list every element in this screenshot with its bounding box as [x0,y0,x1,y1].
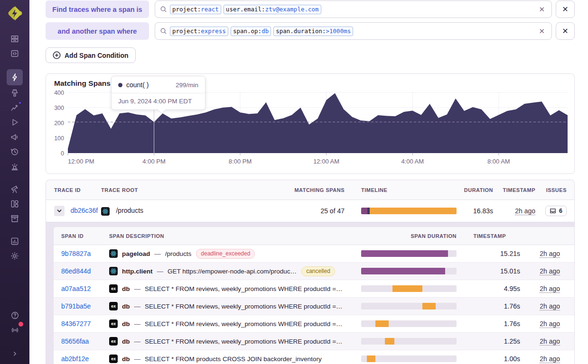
span-timeline-cell [361,268,457,274]
span-timestamp: 2h ago [540,267,560,275]
sidebar-item-discover[interactable] [7,182,23,196]
sidebar-item-broadcast[interactable] [7,323,23,337]
span-id-cell: 84367277 [54,319,109,328]
span-search-input[interactable]: project:reactuser.email:ztv@example.com✕ [155,0,552,18]
token-value: react [201,6,219,13]
span-id-link[interactable]: ab2bf12e [61,355,89,363]
express-icon: ex [109,319,118,328]
trace-timestamp: 2h ago [515,207,535,215]
column-header-trace-root[interactable]: Trace Root [101,187,284,193]
span-timeline-bar [385,338,394,345]
sidebar-item-feedback[interactable] [7,130,23,144]
token-key: project: [172,27,201,35]
span-search-input[interactable]: project:expressspan.op:dbspan.duration:>… [155,22,552,40]
delete-condition-button[interactable]: ✕ [556,22,575,40]
replays-icon [10,118,19,127]
span-id-link[interactable]: 86ed844d [61,267,91,275]
y-axis-tick-label: 100 [54,135,64,142]
span-column-header-span-duration[interactable]: Span Duration [361,233,457,239]
span-column-header-span-id[interactable]: Span ID [54,233,109,239]
span-id-link[interactable]: 84367277 [61,320,91,328]
token-key: span.op: [233,27,261,35]
projects-icon [10,49,19,58]
column-header-timestamp[interactable]: Timestamp [493,187,535,193]
sidebar-item-stats[interactable] [7,234,23,248]
span-id-link[interactable]: a07aa512 [61,285,91,292]
tooltip-series-name: count( ) [126,81,172,89]
tooltip-timestamp: Jun 9, 2024 4:00 PM EDT [112,93,205,109]
sidebar-item-projects[interactable] [7,46,23,61]
sidebar-item-issues[interactable] [7,32,23,46]
span-id-cell: 86ed844d [54,267,109,275]
sidebar-item-settings[interactable] [7,249,23,263]
column-header-timeline[interactable]: Timeline [345,187,457,193]
span-duration: 1.76s [457,302,520,310]
sidebar-item-alerts[interactable] [7,159,23,173]
span-table: Span IDSpan DescriptionSpan DurationTime… [54,227,574,364]
filter-token[interactable]: span.duration:>1000ms [273,27,353,36]
trace-id-link[interactable]: db26c36f [70,207,98,214]
trace-duration: 16.83s [457,207,493,215]
token-key: span.duration: [276,27,326,35]
chevron-down-icon [56,208,62,214]
span-description-cell: http.client—GET https://empower-node-api… [109,266,361,276]
span-column-header-span-description[interactable]: Span Description [109,233,361,239]
span-row: 84367277exdb—SELECT * FROM reviews, week… [54,315,574,333]
sidebar-item-replays[interactable] [7,115,23,129]
span-column-header-timestamp[interactable]: Timestamp [457,233,520,239]
add-span-condition-button[interactable]: Add Span Condition [46,47,136,63]
column-header-duration[interactable]: Duration [457,187,493,193]
sidebar-item-traces[interactable] [7,69,23,85]
sidebar-bottom-group [0,308,29,337]
sidebar-item-profiling[interactable] [7,86,23,100]
sidebar-item-releases[interactable] [7,211,23,226]
column-header-issues[interactable]: Issues [535,187,574,193]
add-span-condition-label: Add Span Condition [65,52,129,59]
column-header-trace-id[interactable]: Trace ID [46,187,101,193]
span-id-link[interactable]: b791ba5e [61,302,91,310]
filter-token[interactable]: user.email:ztv@example.com [224,5,321,14]
filter-token[interactable]: project:react [170,5,221,14]
query-builder: Find traces where a span isproject:react… [46,0,575,40]
sidebar-group-tools [0,182,29,226]
collapse-trace-button[interactable] [54,206,65,216]
span-id-link[interactable]: 85656faa [61,337,89,345]
span-op: db [122,303,130,310]
clear-search-button[interactable]: ✕ [537,27,547,36]
span-timeline-track [361,320,457,327]
span-description-cell: exdb—SELECT * FROM reviews, weekly_promo… [109,337,361,346]
sidebar-item-insights[interactable] [7,100,23,115]
query-row: and another span whereproject:expressspa… [46,22,575,40]
sidebar-group-main [0,32,29,61]
span-id-link[interactable]: 9b78827a [61,250,91,257]
column-header-matching-spans[interactable]: Matching Spans [284,187,345,193]
notification-dot [19,322,23,327]
span-description-text: SELECT * FROM reviews, weekly_promotions… [145,303,343,310]
span-op: db [122,285,130,292]
trace-root-name[interactable]: /products [116,207,143,214]
issues-icon [10,34,19,44]
sidebar-item-chevron-right[interactable] [7,346,23,361]
sidebar-item-crons[interactable] [7,145,23,159]
filter-token[interactable]: span.op:db [231,27,271,36]
span-description-cell: exdb—SELECT * FROM reviews, weekly_promo… [109,319,361,328]
settings-icon [10,251,19,261]
span-row: ab2bf12eexdb—SELECT * FROM products CROS… [54,350,574,364]
span-timeline-bar [392,285,422,292]
filter-token[interactable]: project:express [170,27,228,36]
span-rows: 9b78827apageload—/productsdeadline_excee… [54,245,574,364]
sidebar-item-help[interactable] [7,308,23,322]
sentry-logo[interactable] [0,0,29,27]
filter-token-list: project:expressspan.op:dbspan.duration:>… [170,27,534,36]
express-icon: ex [109,284,118,293]
issues-badge[interactable]: 6 [545,206,567,216]
separator: — [154,250,161,257]
delete-condition-button[interactable]: ✕ [556,0,575,18]
separator: — [134,338,141,345]
issues-icon [550,208,556,214]
span-timestamp: 2h ago [540,250,560,257]
clear-search-button[interactable]: ✕ [537,5,547,14]
sidebar-item-dashboards[interactable] [7,197,23,211]
matching-spans-count: 25 of 47 [284,207,345,215]
span-description-text: SELECT * FROM products CROSS JOIN backor… [145,355,322,363]
